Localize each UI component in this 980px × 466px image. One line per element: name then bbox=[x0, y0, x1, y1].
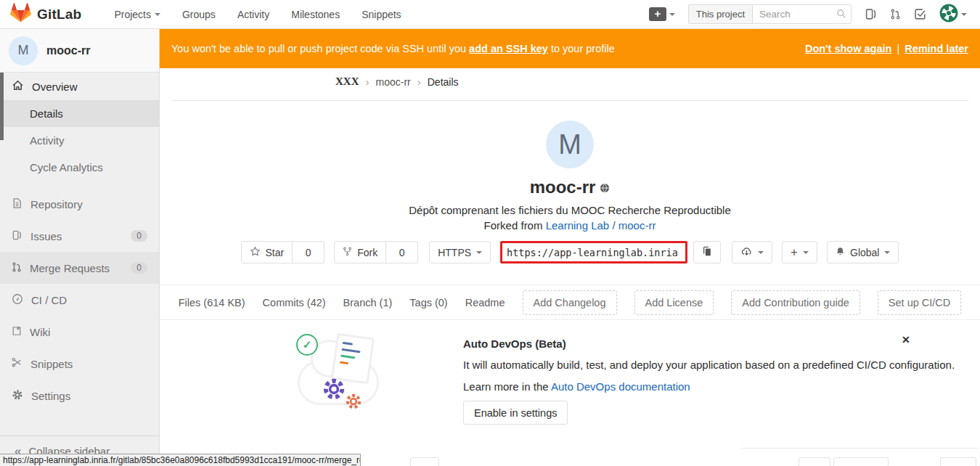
cloud-download-icon bbox=[740, 246, 753, 259]
breadcrumb-group-link[interactable]: XXX bbox=[335, 75, 359, 88]
sidebar-item-snippets[interactable]: Snippets bbox=[0, 348, 159, 380]
project-description: Dépôt comprenant les fichiers du MOOC Re… bbox=[160, 204, 980, 216]
add-license-button[interactable]: Add License bbox=[634, 290, 714, 315]
chevron-down-icon bbox=[476, 251, 482, 257]
document-icon bbox=[12, 197, 23, 211]
sidebar-item-ci-cd[interactable]: CI / CD bbox=[0, 284, 159, 316]
forked-from-label: Forked from bbox=[484, 219, 543, 232]
sidebar-scrollbar-thumb[interactable] bbox=[0, 73, 4, 140]
nav-projects[interactable]: Projects bbox=[114, 9, 160, 20]
sidebar-item-cycle-analytics[interactable]: Cycle Analytics bbox=[0, 154, 159, 181]
protocol-dropdown[interactable]: HTTPS bbox=[429, 241, 491, 263]
fork-button[interactable]: Fork bbox=[334, 241, 386, 263]
partial-button[interactable] bbox=[833, 457, 889, 466]
top-navbar: GitLab Projects Groups Activity Mileston… bbox=[0, 0, 980, 29]
sidebar-item-activity[interactable]: Activity bbox=[0, 127, 159, 154]
add-ssh-key-link[interactable]: add an SSH key bbox=[469, 43, 548, 54]
learn-more-label: Learn more in the bbox=[463, 380, 549, 393]
enable-in-settings-button[interactable]: Enable in settings bbox=[463, 401, 568, 425]
gear-purple-icon bbox=[321, 376, 347, 405]
issues-dashboard-button[interactable] bbox=[865, 8, 877, 20]
wiki-book-icon bbox=[12, 325, 22, 339]
project-title: mooc-rr bbox=[530, 177, 596, 197]
sidebar-item-issues[interactable]: Issues 0 bbox=[0, 220, 159, 252]
tab-files[interactable]: Files (614 KB) bbox=[179, 297, 245, 308]
breadcrumb-project-link[interactable]: mooc-rr bbox=[376, 76, 411, 88]
banner-text: You won't be able to pull or push projec… bbox=[171, 43, 466, 54]
gitlab-home-link[interactable]: GitLab bbox=[10, 2, 81, 26]
tab-branch[interactable]: Branch (1) bbox=[343, 297, 393, 308]
chevron-down-icon bbox=[758, 251, 764, 257]
project-sidebar: M mooc-rr Overview Details Activity Cycl… bbox=[0, 29, 160, 466]
auto-devops-illustration: ✓ bbox=[296, 330, 398, 425]
nav-groups[interactable]: Groups bbox=[182, 9, 216, 20]
project-stats-bar: Files (614 KB) Commits (42) Branch (1) T… bbox=[160, 285, 980, 319]
chevron-down-icon bbox=[803, 251, 809, 257]
primary-nav: Projects Groups Activity Milestones Snip… bbox=[114, 9, 401, 20]
sidebar-item-settings[interactable]: Settings bbox=[0, 380, 159, 412]
bell-icon bbox=[836, 246, 845, 259]
tab-commits[interactable]: Commits (42) bbox=[263, 297, 326, 308]
chevron-down-icon bbox=[155, 13, 160, 19]
clone-url-input[interactable] bbox=[500, 241, 687, 263]
home-icon bbox=[12, 79, 24, 94]
notification-setting-dropdown[interactable]: Global bbox=[827, 241, 899, 263]
add-changelog-button[interactable]: Add Changelog bbox=[523, 290, 617, 315]
sidebar-item-details[interactable]: Details bbox=[0, 100, 159, 127]
add-contribution-guide-button[interactable]: Add Contribution guide bbox=[731, 290, 860, 315]
new-menu-button[interactable]: + bbox=[649, 7, 675, 21]
sidebar-item-overview[interactable]: Overview bbox=[0, 73, 159, 100]
nav-snippets[interactable]: Snippets bbox=[362, 9, 401, 20]
clipboard-icon bbox=[702, 246, 712, 259]
check-circle-icon: ✓ bbox=[296, 334, 318, 356]
gear-icon bbox=[12, 389, 23, 403]
chevron-right-icon: › bbox=[417, 75, 421, 88]
user-avatar bbox=[939, 4, 958, 25]
todos-button[interactable] bbox=[914, 8, 926, 20]
gitlab-project-page: GitLab Projects Groups Activity Mileston… bbox=[0, 0, 980, 466]
setup-ci-cd-button[interactable]: Set up CI/CD bbox=[878, 290, 961, 315]
auto-devops-doc-link[interactable]: Auto DevOps documentation bbox=[551, 380, 690, 393]
nav-activity[interactable]: Activity bbox=[237, 9, 269, 20]
sidebar-item-repository[interactable]: Repository bbox=[0, 188, 159, 220]
sidebar-project-header[interactable]: M mooc-rr bbox=[0, 29, 159, 73]
chevron-down-icon bbox=[669, 13, 675, 19]
star-icon bbox=[250, 246, 261, 259]
brand-name: GitLab bbox=[37, 7, 81, 23]
tab-tags[interactable]: Tags (0) bbox=[409, 297, 447, 308]
breadcrumb: XXX › mooc-rr › Details bbox=[335, 75, 459, 88]
user-menu-button[interactable] bbox=[939, 4, 967, 25]
chevron-down-icon bbox=[961, 13, 967, 19]
sidebar-project-name: mooc-rr bbox=[46, 44, 90, 57]
create-new-dropdown[interactable]: + bbox=[782, 241, 817, 263]
partial-button[interactable] bbox=[410, 457, 439, 466]
copy-url-button[interactable] bbox=[693, 241, 721, 263]
merge-requests-dashboard-button[interactable] bbox=[890, 8, 901, 20]
sidebar-item-wiki[interactable]: Wiki bbox=[0, 316, 159, 348]
sidebar-item-merge-requests[interactable]: Merge Requests 0 bbox=[0, 252, 159, 284]
star-count[interactable]: 0 bbox=[293, 241, 324, 263]
fork-icon bbox=[343, 246, 352, 259]
nav-milestones[interactable]: Milestones bbox=[291, 9, 340, 20]
download-dropdown[interactable] bbox=[732, 241, 772, 263]
ssh-key-banner: You won't be able to pull or push projec… bbox=[160, 29, 980, 68]
scissors-icon bbox=[12, 357, 23, 370]
chevron-down-icon bbox=[884, 251, 890, 257]
banner-text-after: to your profile bbox=[551, 43, 615, 54]
partial-button[interactable] bbox=[940, 457, 976, 466]
tab-readme[interactable]: Readme bbox=[465, 297, 505, 308]
breadcrumb-current-page: Details bbox=[428, 76, 459, 88]
close-icon[interactable]: ✕ bbox=[902, 334, 910, 346]
gear-orange-icon bbox=[344, 392, 363, 414]
merge-request-icon bbox=[12, 261, 22, 275]
dont-show-again-link[interactable]: Don't show again bbox=[805, 43, 891, 54]
auto-devops-description: It will automatically build, test, and d… bbox=[463, 359, 955, 371]
forked-from-link[interactable]: Learning Lab / mooc-rr bbox=[546, 219, 656, 232]
star-button[interactable]: Star bbox=[241, 241, 293, 263]
partial-button[interactable] bbox=[799, 457, 830, 466]
search-icon bbox=[836, 9, 846, 22]
chevron-right-icon: › bbox=[366, 75, 369, 88]
fork-count[interactable]: 0 bbox=[386, 241, 418, 263]
remind-later-link[interactable]: Remind later bbox=[905, 43, 968, 54]
search-scope-label: This project bbox=[688, 4, 752, 24]
